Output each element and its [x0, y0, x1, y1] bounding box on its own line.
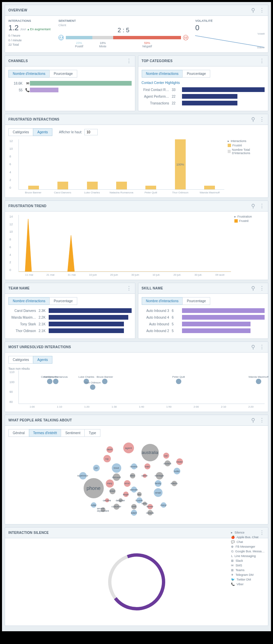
bubble[interactable]: manager: [156, 472, 163, 479]
bubble[interactable]: adams: [172, 481, 177, 486]
legend-item[interactable]: ▸Silence: [231, 531, 265, 534]
bubble[interactable]: bel: [163, 453, 169, 459]
bubble[interactable]: henry: [143, 502, 147, 506]
more-icon[interactable]: ⋮: [259, 203, 265, 209]
list-row[interactable]: Auto Inbound 46: [142, 315, 265, 320]
highlights-link[interactable]: Contact Center Highlights: [142, 81, 265, 85]
bubble[interactable]: australia: [141, 444, 159, 461]
scatter-point[interactable]: [256, 379, 261, 384]
bubble[interactable]: saline: [143, 474, 147, 478]
category-row[interactable]: Transactions22: [142, 101, 265, 105]
bubble[interactable]: cheryl: [161, 502, 166, 508]
bubble[interactable]: family: [155, 480, 162, 487]
list-row[interactable]: Auto Inbound 25: [142, 328, 265, 333]
tab-interactions[interactable]: Nombre d'interactions: [142, 70, 183, 78]
tab-percentage[interactable]: Pourcentage: [182, 70, 210, 78]
filter-icon[interactable]: ⚲: [251, 285, 255, 291]
category-row[interactable]: First Contact R…33: [142, 87, 265, 92]
scatter-point[interactable]: [90, 384, 95, 390]
list-row[interactable]: Auto Inbound 36: [142, 308, 265, 313]
bubble[interactable]: angie: [123, 492, 129, 497]
list-row[interactable]: Carol Danvers2.3K: [8, 308, 132, 313]
bubble[interactable]: phone: [84, 478, 104, 498]
bubble[interactable]: brett: [131, 504, 137, 509]
tab-categories[interactable]: Catégories: [8, 128, 33, 136]
list-row[interactable]: Auto Inbound5: [142, 322, 265, 326]
bubble[interactable]: alice: [130, 473, 135, 478]
legend-item[interactable]: 📞Viber: [231, 583, 265, 586]
filter-icon[interactable]: ⚲: [251, 203, 255, 209]
tab-percentage[interactable]: Pourcentage: [49, 70, 77, 78]
bubble[interactable]: david: [106, 446, 113, 453]
tab-interactions[interactable]: Nombre d'interactions: [142, 297, 183, 305]
bubble[interactable]: butler: [174, 468, 180, 474]
bubble[interactable]: website: [131, 487, 137, 493]
legend-interactions[interactable]: ▸Interactions: [228, 139, 265, 143]
tab-percentage[interactable]: Pourcentage: [49, 297, 77, 305]
tab-general[interactable]: Général: [8, 429, 29, 437]
filter-icon[interactable]: ⚲: [251, 344, 255, 350]
scatter-point[interactable]: [47, 379, 52, 384]
bubble[interactable]: farmer: [147, 504, 153, 509]
scatter-point[interactable]: [176, 379, 181, 384]
more-icon[interactable]: ⋮: [259, 116, 265, 123]
bubble[interactable]: ticket: [109, 488, 116, 494]
legend-item[interactable]: LLine Messaging: [231, 554, 265, 558]
top-input[interactable]: [84, 129, 98, 135]
bubble[interactable]: issue: [112, 463, 121, 473]
list-row[interactable]: Wanda Maxim…2.2K: [8, 315, 132, 320]
bubble[interactable]: service department: [101, 507, 105, 512]
bubble[interactable]: mary: [106, 479, 114, 488]
bubble[interactable]: caroline: [105, 498, 109, 502]
more-icon[interactable]: ⋮: [259, 7, 265, 13]
scatter-point[interactable]: [53, 379, 58, 384]
tab-agents[interactable]: Agents: [33, 128, 52, 136]
more-icon[interactable]: ⋮: [259, 285, 265, 291]
more-icon[interactable]: ⋮: [259, 417, 265, 423]
bubble[interactable]: beverly: [131, 463, 137, 469]
bubble[interactable]: man: [144, 463, 150, 469]
bubble[interactable]: discount: [113, 473, 120, 481]
tab-agents[interactable]: Agents: [33, 356, 52, 364]
legend-item[interactable]: 💬Chat: [231, 540, 265, 544]
bubble[interactable]: supervisor: [79, 472, 87, 479]
bubble[interactable]: roy: [103, 455, 111, 462]
bubble[interactable]: student: [165, 460, 171, 466]
tab-interactions[interactable]: Nombre d'interactions: [8, 297, 50, 305]
list-row[interactable]: Thor Odinson2.1K: [8, 328, 132, 333]
legend-frustration[interactable]: ▸Frustration: [234, 215, 265, 218]
bubble[interactable]: adam: [131, 510, 137, 516]
channel-row[interactable]: 18.6K✉: [8, 81, 132, 86]
bubble[interactable]: fee: [137, 492, 142, 497]
filter-icon[interactable]: ⚲: [251, 7, 255, 13]
tab-sentiment[interactable]: Sentiment: [61, 429, 85, 437]
bubble[interactable]: joe: [93, 465, 100, 471]
filter-icon[interactable]: ⚲: [251, 417, 255, 423]
legend-item[interactable]: ✉SMS: [231, 564, 265, 567]
tab-type[interactable]: Type: [84, 429, 100, 437]
legend-item[interactable]: GGoogle Bus. Messa…: [231, 550, 265, 553]
bubble[interactable]: customer: [113, 504, 120, 510]
bubble[interactable]: error: [124, 480, 131, 487]
legend-item[interactable]: ⊕FB Messenger: [231, 545, 265, 548]
category-row[interactable]: Agent Perform…22: [142, 94, 265, 99]
legend-item[interactable]: 🐦Twitter DM: [231, 578, 265, 581]
more-icon[interactable]: ⋮: [126, 58, 132, 64]
bubble[interactable]: dollar: [91, 502, 96, 508]
tab-interactions[interactable]: Nombre d'interactions: [8, 70, 50, 78]
legend-item[interactable]: ⊞Slack: [231, 559, 265, 562]
more-icon[interactable]: ⋮: [259, 344, 265, 350]
tab-terms[interactable]: Termes d'intérêt: [29, 429, 61, 437]
tab-percentage[interactable]: Pourcentage: [182, 297, 210, 305]
scatter-point[interactable]: [102, 379, 107, 384]
more-icon[interactable]: ⋮: [126, 285, 132, 291]
bubble[interactable]: daughter: [119, 498, 123, 502]
bubble[interactable]: mister: [176, 458, 183, 465]
tab-categories[interactable]: Catégories: [8, 356, 33, 364]
legend-item[interactable]: ⊞Teams: [231, 568, 265, 572]
list-row[interactable]: Tony Stark2.1K: [8, 322, 132, 326]
legend-item[interactable]: ✈Telegram DM: [231, 573, 265, 577]
bubble[interactable]: canada: [147, 510, 153, 515]
bubble[interactable]: email: [154, 488, 163, 497]
channel-row[interactable]: 55📞: [8, 88, 132, 92]
